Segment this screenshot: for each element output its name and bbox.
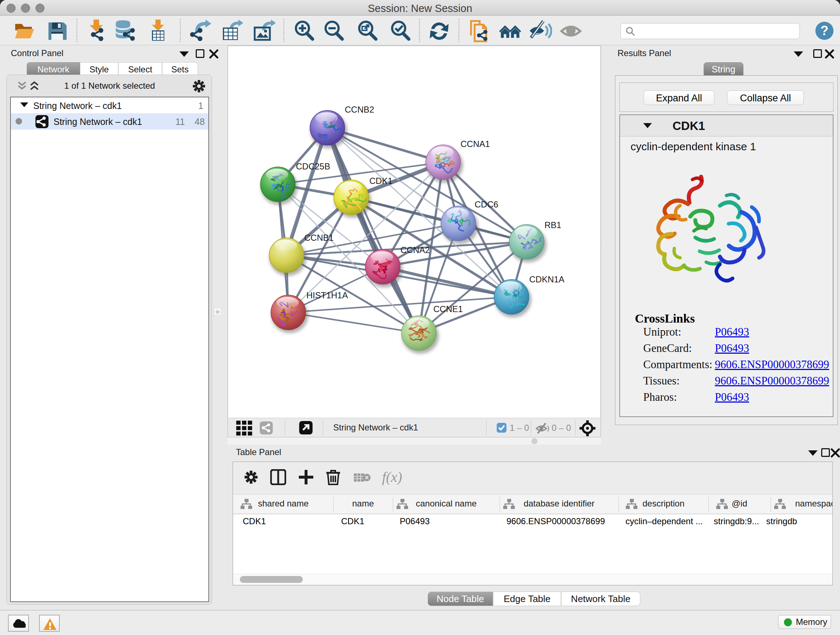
svg-text:CDK1: CDK1 <box>369 176 393 186</box>
svg-text:CCNB1: CCNB1 <box>304 233 333 242</box>
svg-text:CDC6: CDC6 <box>475 200 498 209</box>
svg-text:CCNB2: CCNB2 <box>345 105 374 114</box>
svg-text:HIST1H1A: HIST1H1A <box>306 290 348 300</box>
svg-text:CDC25B: CDC25B <box>296 162 330 171</box>
svg-text:RB1: RB1 <box>545 220 561 230</box>
svg-text:?: ? <box>821 23 829 38</box>
svg-text:CCNE1: CCNE1 <box>433 304 463 314</box>
svg-text:CDKN1A: CDKN1A <box>529 274 564 284</box>
svg-text:CCNA2: CCNA2 <box>401 245 430 255</box>
svg-text:CCNA1: CCNA1 <box>461 139 490 149</box>
